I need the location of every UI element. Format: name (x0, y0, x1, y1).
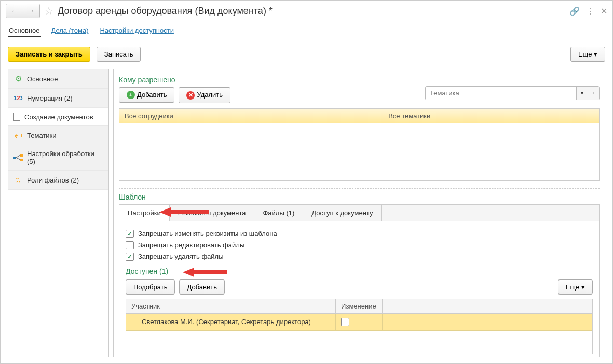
add-participant-button[interactable]: Добавить (179, 279, 224, 295)
files-icon: 🗂 (13, 175, 23, 185)
sidebar-item-create-documents[interactable]: Создание документов (8, 108, 108, 126)
flow-icon (13, 153, 23, 162)
window-title: Договор аренды оборудования (Вид докумен… (58, 6, 565, 17)
delete-button[interactable]: ✕Удалить (179, 87, 230, 103)
divider (119, 188, 600, 189)
combo-dropdown-icon[interactable]: ▾ (576, 87, 588, 100)
participants-col-participant[interactable]: Участник (126, 299, 336, 313)
tab-doc-requisites[interactable]: Реквизиты документа (170, 205, 255, 221)
content-area: Кому разрешено +Добавить ✕Удалить ▾ ▫ Вс… (113, 69, 605, 357)
document-icon (13, 113, 20, 121)
sidebar-item-themes[interactable]: 🏷 Тематики (8, 126, 108, 145)
theme-combo[interactable]: ▾ ▫ (425, 86, 600, 100)
participants-col-change[interactable]: Изменение (336, 299, 383, 313)
tab-settings-body: ✓ Запрещать изменять реквизиты из шаблон… (119, 221, 600, 358)
link-icon[interactable]: 🔗 (569, 6, 580, 16)
sidebar: ⚙ Основное 123 Нумерация (2) Создание до… (8, 69, 109, 357)
tab-files[interactable]: Файлы (1) (254, 205, 303, 221)
chk-forbid-delete-files[interactable]: ✓ (126, 253, 134, 261)
gear-icon: ⚙ (13, 74, 23, 83)
tab-doc-access[interactable]: Доступ к документу (303, 205, 382, 221)
available-subsection: Доступен (1) (126, 267, 593, 275)
sidebar-item-file-roles[interactable]: 🗂 Роли файлов (2) (8, 171, 108, 190)
svg-rect-2 (20, 159, 23, 161)
participant-name: Светлакова М.И. (Секретариат, Секретарь … (126, 314, 336, 330)
allowed-col-themes[interactable]: Все тематики (383, 109, 435, 123)
tab-main[interactable]: Основное (8, 24, 41, 37)
sidebar-item-processing-settings[interactable]: Настройки обработки (5) (8, 145, 108, 171)
write-button[interactable]: Записать (97, 47, 141, 62)
more-button[interactable]: Еще ▾ (570, 47, 605, 62)
plus-icon: + (127, 91, 135, 99)
chk-forbid-change-requisites[interactable]: ✓ (126, 230, 134, 238)
nav-back-button[interactable]: ← (6, 4, 23, 18)
numbering-icon: 123 (13, 93, 23, 103)
tag-icon: 🏷 (13, 131, 23, 140)
sidebar-item-main[interactable]: ⚙ Основное (8, 69, 108, 89)
close-icon[interactable]: ✕ (601, 6, 607, 16)
participants-grid: Участник Изменение Светлакова М.И. (Секр… (126, 299, 593, 354)
svg-rect-1 (20, 154, 23, 157)
nav-forward-button[interactable]: → (23, 4, 39, 18)
more-button-2[interactable]: Еще ▾ (558, 279, 593, 295)
theme-input[interactable] (426, 87, 576, 100)
kebab-icon[interactable]: ⋮ (586, 6, 594, 16)
allowed-grid: Все сотрудники Все тематики (119, 108, 600, 181)
write-and-close-button[interactable]: Записать и закрыть (8, 47, 90, 62)
favorite-star-icon[interactable]: ☆ (44, 5, 53, 17)
pick-button[interactable]: Подобрать (126, 279, 175, 295)
template-section-title: Шаблон (119, 193, 600, 201)
tab-access-settings[interactable]: Настройки доступности (99, 24, 174, 37)
participants-row[interactable]: Светлакова М.И. (Секретариат, Секретарь … (126, 314, 592, 331)
svg-rect-0 (13, 157, 16, 159)
tab-cases[interactable]: Дела (тома) (50, 24, 90, 37)
allowed-col-employees[interactable]: Все сотрудники (119, 109, 383, 123)
sidebar-item-numbering[interactable]: 123 Нумерация (2) (8, 89, 108, 108)
chevron-down-icon: ▾ (594, 50, 597, 58)
delete-icon: ✕ (186, 91, 195, 100)
chevron-down-icon: ▾ (581, 283, 585, 291)
chk-row-change[interactable] (341, 318, 349, 326)
add-button[interactable]: +Добавить (119, 87, 174, 103)
combo-open-icon[interactable]: ▫ (588, 87, 599, 100)
template-tabs: Настройки Реквизиты документа Файлы (1) … (119, 204, 600, 221)
chk-forbid-edit-files[interactable] (126, 241, 134, 249)
allowed-section-title: Кому разрешено (119, 76, 600, 84)
tab-settings[interactable]: Настройки (119, 205, 170, 221)
